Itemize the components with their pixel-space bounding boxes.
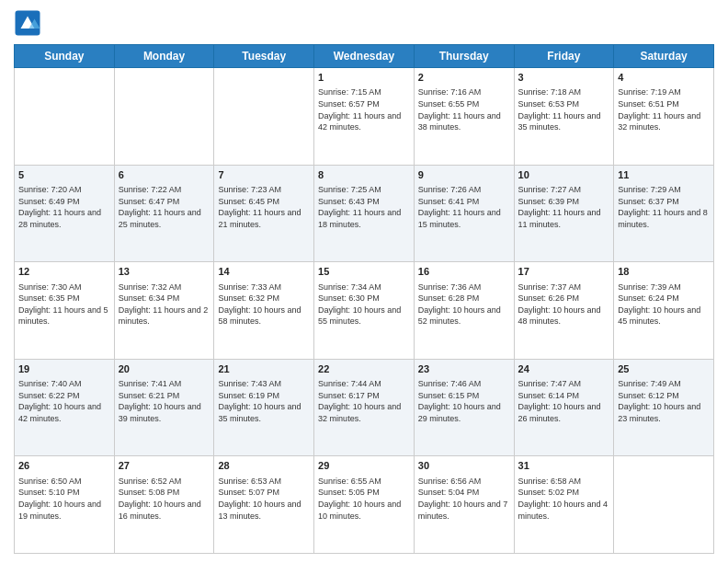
day-number: 11 — [618, 168, 710, 182]
day-cell: 4Sunrise: 7:19 AM Sunset: 6:51 PM Daylig… — [614, 68, 714, 166]
day-info: Sunrise: 7:27 AM Sunset: 6:39 PM Dayligh… — [518, 184, 610, 230]
day-cell: 16Sunrise: 7:36 AM Sunset: 6:28 PM Dayli… — [414, 262, 514, 360]
week-row-1: 5Sunrise: 7:20 AM Sunset: 6:49 PM Daylig… — [15, 165, 714, 262]
day-info: Sunrise: 7:34 AM Sunset: 6:30 PM Dayligh… — [318, 282, 410, 327]
day-cell: 22Sunrise: 7:44 AM Sunset: 6:17 PM Dayli… — [314, 359, 415, 456]
day-number: 25 — [618, 362, 710, 376]
day-cell: 15Sunrise: 7:34 AM Sunset: 6:30 PM Dayli… — [314, 262, 415, 360]
day-info: Sunrise: 6:58 AM Sunset: 5:02 PM Dayligh… — [518, 476, 610, 522]
day-cell — [214, 68, 314, 166]
day-info: Sunrise: 7:43 AM Sunset: 6:19 PM Dayligh… — [218, 378, 310, 424]
day-info: Sunrise: 7:32 AM Sunset: 6:34 PM Dayligh… — [119, 282, 210, 327]
day-info: Sunrise: 6:56 AM Sunset: 5:04 PM Dayligh… — [418, 476, 510, 522]
week-row-4: 26Sunrise: 6:50 AM Sunset: 5:10 PM Dayli… — [15, 456, 714, 554]
day-header-friday: Friday — [514, 45, 614, 68]
day-cell: 17Sunrise: 7:37 AM Sunset: 6:26 PM Dayli… — [514, 262, 614, 360]
day-info: Sunrise: 6:52 AM Sunset: 5:08 PM Dayligh… — [119, 476, 210, 522]
day-number: 26 — [18, 459, 110, 473]
day-info: Sunrise: 7:26 AM Sunset: 6:41 PM Dayligh… — [418, 184, 510, 230]
day-cell: 3Sunrise: 7:18 AM Sunset: 6:53 PM Daylig… — [514, 68, 614, 166]
day-header-tuesday: Tuesday — [214, 45, 314, 68]
day-info: Sunrise: 7:29 AM Sunset: 6:37 PM Dayligh… — [618, 184, 710, 230]
day-cell: 13Sunrise: 7:32 AM Sunset: 6:34 PM Dayli… — [114, 262, 214, 360]
header-row: SundayMondayTuesdayWednesdayThursdayFrid… — [15, 45, 714, 68]
day-number: 19 — [18, 362, 110, 376]
day-number: 15 — [318, 265, 410, 279]
day-number: 24 — [518, 362, 610, 376]
day-header-sunday: Sunday — [15, 45, 115, 68]
day-number: 14 — [218, 265, 310, 279]
day-number: 4 — [618, 71, 710, 85]
day-info: Sunrise: 7:16 AM Sunset: 6:55 PM Dayligh… — [418, 86, 510, 132]
day-header-wednesday: Wednesday — [314, 45, 415, 68]
day-cell: 27Sunrise: 6:52 AM Sunset: 5:08 PM Dayli… — [114, 456, 214, 554]
day-info: Sunrise: 7:40 AM Sunset: 6:22 PM Dayligh… — [18, 378, 110, 424]
header — [14, 9, 714, 37]
day-cell: 25Sunrise: 7:49 AM Sunset: 6:12 PM Dayli… — [614, 359, 714, 456]
day-cell: 29Sunrise: 6:55 AM Sunset: 5:05 PM Dayli… — [314, 456, 415, 554]
day-cell — [15, 68, 115, 166]
day-cell: 6Sunrise: 7:22 AM Sunset: 6:47 PM Daylig… — [114, 165, 214, 262]
day-info: Sunrise: 7:46 AM Sunset: 6:15 PM Dayligh… — [418, 378, 510, 424]
week-row-0: 1Sunrise: 7:15 AM Sunset: 6:57 PM Daylig… — [15, 68, 714, 166]
day-cell: 9Sunrise: 7:26 AM Sunset: 6:41 PM Daylig… — [414, 165, 514, 262]
day-cell: 23Sunrise: 7:46 AM Sunset: 6:15 PM Dayli… — [414, 359, 514, 456]
day-cell: 7Sunrise: 7:23 AM Sunset: 6:45 PM Daylig… — [214, 165, 314, 262]
day-info: Sunrise: 7:37 AM Sunset: 6:26 PM Dayligh… — [518, 282, 610, 327]
day-info: Sunrise: 6:53 AM Sunset: 5:07 PM Dayligh… — [218, 476, 310, 522]
day-info: Sunrise: 7:15 AM Sunset: 6:57 PM Dayligh… — [318, 86, 410, 132]
day-info: Sunrise: 7:22 AM Sunset: 6:47 PM Dayligh… — [119, 184, 210, 230]
day-cell: 2Sunrise: 7:16 AM Sunset: 6:55 PM Daylig… — [414, 68, 514, 166]
day-number: 30 — [418, 459, 510, 473]
day-cell: 28Sunrise: 6:53 AM Sunset: 5:07 PM Dayli… — [214, 456, 314, 554]
day-info: Sunrise: 7:36 AM Sunset: 6:28 PM Dayligh… — [418, 282, 510, 327]
day-info: Sunrise: 7:39 AM Sunset: 6:24 PM Dayligh… — [618, 282, 710, 327]
day-number: 28 — [218, 459, 310, 473]
day-cell: 8Sunrise: 7:25 AM Sunset: 6:43 PM Daylig… — [314, 165, 415, 262]
day-info: Sunrise: 7:47 AM Sunset: 6:14 PM Dayligh… — [518, 378, 610, 424]
day-number: 7 — [218, 168, 310, 182]
day-number: 23 — [418, 362, 510, 376]
day-number: 9 — [418, 168, 510, 182]
day-info: Sunrise: 7:49 AM Sunset: 6:12 PM Dayligh… — [618, 378, 710, 424]
day-cell: 18Sunrise: 7:39 AM Sunset: 6:24 PM Dayli… — [614, 262, 714, 360]
week-row-2: 12Sunrise: 7:30 AM Sunset: 6:35 PM Dayli… — [15, 262, 714, 360]
day-cell: 10Sunrise: 7:27 AM Sunset: 6:39 PM Dayli… — [514, 165, 614, 262]
day-number: 31 — [518, 459, 610, 473]
day-info: Sunrise: 7:44 AM Sunset: 6:17 PM Dayligh… — [318, 378, 410, 424]
week-row-3: 19Sunrise: 7:40 AM Sunset: 6:22 PM Dayli… — [15, 359, 714, 456]
day-number: 3 — [518, 71, 610, 85]
day-number: 20 — [119, 362, 210, 376]
day-info: Sunrise: 7:18 AM Sunset: 6:53 PM Dayligh… — [518, 86, 610, 132]
day-cell: 24Sunrise: 7:47 AM Sunset: 6:14 PM Dayli… — [514, 359, 614, 456]
day-number: 22 — [318, 362, 410, 376]
day-header-monday: Monday — [114, 45, 214, 68]
day-number: 12 — [18, 265, 110, 279]
day-header-thursday: Thursday — [414, 45, 514, 68]
day-number: 29 — [318, 459, 410, 473]
day-info: Sunrise: 6:50 AM Sunset: 5:10 PM Dayligh… — [18, 476, 110, 522]
day-cell: 11Sunrise: 7:29 AM Sunset: 6:37 PM Dayli… — [614, 165, 714, 262]
day-cell — [114, 68, 214, 166]
day-cell: 31Sunrise: 6:58 AM Sunset: 5:02 PM Dayli… — [514, 456, 614, 554]
day-number: 5 — [18, 168, 110, 182]
calendar: SundayMondayTuesdayWednesdayThursdayFrid… — [14, 44, 714, 554]
day-info: Sunrise: 7:19 AM Sunset: 6:51 PM Dayligh… — [618, 86, 710, 132]
day-info: Sunrise: 6:55 AM Sunset: 5:05 PM Dayligh… — [318, 476, 410, 522]
logo-icon — [14, 9, 41, 37]
day-info: Sunrise: 7:30 AM Sunset: 6:35 PM Dayligh… — [18, 282, 110, 327]
day-number: 21 — [218, 362, 310, 376]
day-number: 18 — [618, 265, 710, 279]
day-cell: 20Sunrise: 7:41 AM Sunset: 6:21 PM Dayli… — [114, 359, 214, 456]
day-number: 16 — [418, 265, 510, 279]
day-number: 8 — [318, 168, 410, 182]
day-number: 13 — [119, 265, 210, 279]
day-number: 27 — [119, 459, 210, 473]
day-number: 1 — [318, 71, 410, 85]
day-header-saturday: Saturday — [614, 45, 714, 68]
day-cell: 5Sunrise: 7:20 AM Sunset: 6:49 PM Daylig… — [15, 165, 115, 262]
day-number: 17 — [518, 265, 610, 279]
day-info: Sunrise: 7:33 AM Sunset: 6:32 PM Dayligh… — [218, 282, 310, 327]
day-info: Sunrise: 7:23 AM Sunset: 6:45 PM Dayligh… — [218, 184, 310, 230]
day-cell — [614, 456, 714, 554]
